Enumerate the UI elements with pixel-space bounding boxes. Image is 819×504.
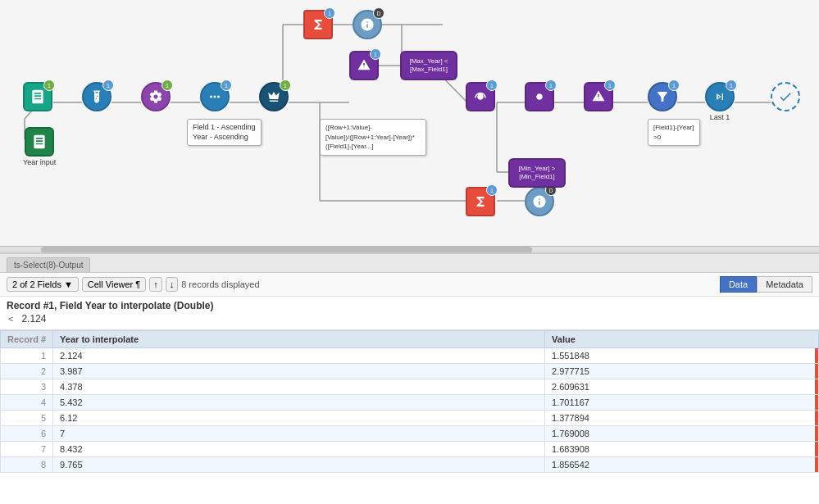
table-row[interactable]: 3 4.378 2.609631 [1, 379, 819, 395]
cell-year: 2.124 [53, 348, 545, 364]
table-row[interactable]: 4 5.432 1.701167 [1, 395, 819, 411]
cell-record: 5 [1, 411, 53, 426]
cell-record: 6 [1, 426, 53, 442]
dropdown-icon: ▼ [64, 279, 73, 289]
record-info: Record #1, Field Year to interpolate (Do… [0, 297, 819, 330]
year-input-label: Year input [23, 158, 56, 166]
cell-value: 2.609631 [545, 379, 819, 395]
sort-down-btn[interactable]: ↓ [166, 277, 179, 292]
formula-tooltip: ([Row+1:Value]-[Value])/([Row+1:Year]-[Y… [320, 119, 426, 156]
multi-node[interactable]: 1 [200, 82, 230, 111]
info-node-bottom[interactable]: D [525, 187, 554, 216]
cell-record: 3 [1, 379, 53, 395]
filter-upper[interactable]: [Max_Year] <[Max_Field1] [400, 51, 457, 80]
cell-year: 3.987 [53, 364, 545, 379]
table-row[interactable]: 7 8.432 1.683908 [1, 442, 819, 457]
fields-selector[interactable]: 2 of 2 Fields ▼ [7, 277, 79, 292]
cell-year: 9.765 [53, 457, 545, 473]
col-value[interactable]: Value [545, 331, 819, 348]
filter-min[interactable]: [Min_Year] >[Min_Field1] [508, 158, 566, 188]
tab-bar[interactable]: ts-Select(8)-Output [0, 254, 819, 273]
cell-value: 1.683908 [545, 442, 819, 457]
cell-record: 8 [1, 457, 53, 473]
output-tab[interactable]: ts-Select(8)-Output [7, 257, 90, 272]
col-record[interactable]: Record # [1, 331, 53, 348]
table-row[interactable]: 6 7 1.769008 [1, 426, 819, 442]
svg-point-28 [214, 96, 216, 98]
pilcrow-icon: ¶ [135, 279, 140, 289]
last-node-label: Last 1 [710, 113, 730, 121]
table-header-row: Record # Year to interpolate Value [1, 331, 819, 348]
data-metadata-tabs: Data Metadata [720, 276, 812, 293]
cell-value: 1.769008 [545, 426, 819, 442]
cell-value: 1.856542 [545, 457, 819, 473]
cell-record: 1 [1, 348, 53, 364]
last-node[interactable]: 1 Last 1 [705, 82, 735, 121]
sort-tooltip: Field 1 - Ascending Year - Ascending [187, 119, 262, 146]
cell-year: 6.12 [53, 411, 545, 426]
cell-record: 4 [1, 395, 53, 411]
info-node-top[interactable]: D [353, 10, 382, 39]
chemistry-node[interactable]: 1 [82, 82, 111, 111]
filter-tooltip: [Field1]-[Year]>0 [648, 119, 700, 146]
input-node-2[interactable]: Year input [23, 127, 56, 166]
cell-year: 7 [53, 426, 545, 442]
data-tab[interactable]: Data [720, 276, 757, 293]
cell-value: 1.377894 [545, 411, 819, 426]
records-displayed: 8 records displayed [181, 279, 717, 289]
cell-value: 1.701167 [545, 395, 819, 411]
bottom-panel: ts-Select(8)-Output 2 of 2 Fields ▼ Cell… [0, 254, 819, 504]
svg-point-29 [217, 96, 220, 98]
expand-btn[interactable]: < [7, 312, 15, 325]
results-toolbar: 2 of 2 Fields ▼ Cell Viewer ¶ ↑ ↓ 8 reco… [0, 273, 819, 297]
col-year[interactable]: Year to interpolate [53, 331, 545, 348]
cell-viewer-label: Cell Viewer [88, 279, 133, 289]
cell-year: 8.432 [53, 442, 545, 457]
svg-point-27 [210, 96, 212, 98]
cell-value: 1.551848 [545, 348, 819, 364]
sort-node[interactable]: 1 [259, 82, 289, 111]
filter-node[interactable]: 1 [648, 82, 677, 111]
output-node[interactable] [771, 82, 800, 111]
cell-value: 2.977715 [545, 364, 819, 379]
cell-record: 7 [1, 442, 53, 457]
join-node-2[interactable]: 1 [525, 82, 554, 111]
table-row[interactable]: 5 6.12 1.377894 [1, 411, 819, 426]
config-node[interactable]: 1 [141, 82, 171, 111]
table-row[interactable]: 8 9.765 1.856542 [1, 457, 819, 473]
join-node-1[interactable]: 1 [466, 82, 495, 111]
record-value: 2.124 [21, 311, 46, 326]
sum-node-top[interactable]: 1 [303, 10, 333, 39]
record-title: Record #1, Field Year to interpolate (Do… [7, 300, 812, 311]
table-body: 1 2.124 1.551848 2 3.987 2.977715 3 4.37… [1, 348, 819, 473]
sum-node-bottom[interactable]: 1 [466, 187, 495, 216]
formula-upper-right[interactable]: 1 [584, 82, 613, 111]
cell-viewer-btn[interactable]: Cell Viewer ¶ [82, 277, 146, 292]
data-table-container[interactable]: Record # Year to interpolate Value 1 2.1… [0, 330, 819, 504]
input-node-1[interactable]: 1 [23, 82, 52, 111]
fields-label: 2 of 2 Fields [12, 279, 61, 289]
table-row[interactable]: 2 3.987 2.977715 [1, 364, 819, 379]
workflow-canvas[interactable]: 1 1 1 1 1 Field 1 - Ascending Year - Asc… [0, 0, 819, 254]
cell-year: 5.432 [53, 395, 545, 411]
formula-node-upper[interactable]: 1 [349, 51, 379, 80]
data-table: Record # Year to interpolate Value 1 2.1… [0, 330, 819, 473]
table-row[interactable]: 1 2.124 1.551848 [1, 348, 819, 364]
cell-record: 2 [1, 364, 53, 379]
sort-up-btn[interactable]: ↑ [149, 277, 162, 292]
metadata-tab[interactable]: Metadata [757, 276, 812, 293]
cell-year: 4.378 [53, 379, 545, 395]
